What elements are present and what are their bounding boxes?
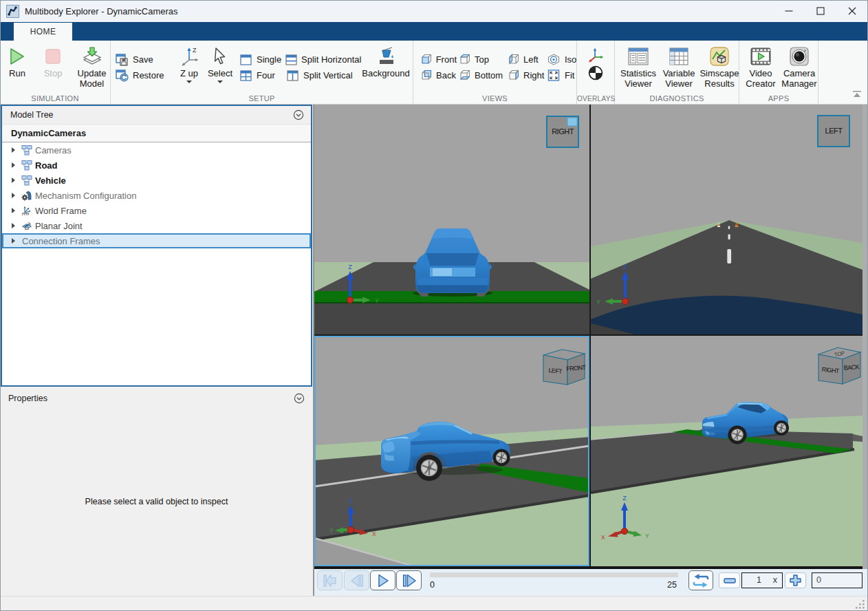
expand-arrow-icon[interactable] <box>12 162 15 168</box>
scene-road-ahead-view: LEFT Z Y <box>591 105 862 334</box>
view-cube[interactable]: RIGHT <box>547 116 578 147</box>
viewport-bottom-right[interactable]: TOP RIGHT BACK Z X Y <box>591 336 862 566</box>
variable-viewer-button[interactable]: Variable Viewer <box>659 46 699 89</box>
view-bottom-button[interactable]: Bottom <box>457 67 506 83</box>
tree-item-label: Mechanism Configuration <box>35 191 136 201</box>
expand-arrow-icon[interactable] <box>12 208 15 213</box>
save-button[interactable]: Save <box>115 52 174 67</box>
step-forward-button[interactable] <box>396 570 422 590</box>
view-cube-right-face-label: BACK <box>843 363 859 372</box>
split-vertical-button[interactable]: Split Vertical <box>285 67 357 83</box>
expand-arrow-icon[interactable] <box>12 193 15 198</box>
subsystem-icon <box>21 175 32 186</box>
view-cube[interactable]: TOP RIGHT BACK <box>818 347 860 384</box>
simscape-results-button[interactable]: Simscape Results <box>699 46 740 89</box>
save-label: Save <box>133 54 153 65</box>
four-view-button[interactable]: Four <box>239 67 285 83</box>
tree-item-vehicle[interactable]: Vehicle <box>2 173 311 188</box>
view-front-button[interactable]: Front <box>418 52 457 67</box>
speed-decrease-button[interactable] <box>719 572 740 588</box>
maximize-button[interactable] <box>805 0 836 22</box>
com-overlay-button[interactable] <box>588 64 603 82</box>
speed-increase-button[interactable] <box>785 572 806 588</box>
camera-manager-icon <box>790 47 809 66</box>
tab-home[interactable]: HOME <box>14 23 72 41</box>
split-vertical-label: Split Vertical <box>303 70 353 81</box>
expand-arrow-icon[interactable] <box>12 238 15 244</box>
variable-viewer-label: Variable Viewer <box>660 68 698 89</box>
viewport-top-left[interactable]: RIGHT Z Y <box>314 105 589 334</box>
restore-button[interactable]: Restore <box>115 67 174 83</box>
titlebar: Multibody Explorer - DynamicCameras <box>0 0 868 22</box>
play-button[interactable] <box>370 570 395 590</box>
resize-grip[interactable] <box>856 599 865 609</box>
view-top-label: Top <box>475 54 489 65</box>
loop-icon <box>693 573 709 588</box>
plus-icon <box>790 575 801 586</box>
viewport-bottom-left[interactable]: LEFT FRONT Z Y X <box>314 336 589 566</box>
stop-button: Stop <box>33 46 73 78</box>
run-icon <box>9 47 25 65</box>
axis-y-label: Y <box>596 299 600 306</box>
expand-arrow-icon[interactable] <box>12 147 15 153</box>
view-top-button[interactable]: Top <box>457 52 506 67</box>
speed-input[interactable]: 1 x <box>741 572 783 588</box>
car-wheel-front <box>493 449 510 467</box>
loop-button[interactable] <box>688 570 713 590</box>
maximize-icon <box>816 7 825 15</box>
time-slider[interactable] <box>430 572 678 577</box>
video-creator-button[interactable]: Video Creator <box>742 46 779 89</box>
properties-header: Properties <box>0 388 313 408</box>
tree-item-planar-joint[interactable]: Planar Joint <box>2 218 311 233</box>
background-button[interactable]: Background <box>357 46 415 78</box>
close-button[interactable] <box>836 0 868 22</box>
properties-title: Properties <box>8 394 47 403</box>
select-button[interactable]: Select <box>204 46 236 83</box>
setup-section-label: SETUP <box>111 94 413 103</box>
view-back-icon <box>419 69 431 81</box>
z-up-button[interactable]: Z Z up <box>174 46 204 83</box>
expand-arrow-icon[interactable] <box>12 178 15 183</box>
simscape-results-icon <box>710 47 729 66</box>
view-back-button[interactable]: Back <box>418 67 457 83</box>
ribbon-tabstrip: HOME <box>0 22 868 41</box>
single-view-button[interactable]: Single <box>239 52 285 67</box>
view-iso-button[interactable]: Iso <box>547 52 577 67</box>
tree-item-connection-frames[interactable]: Connection Frames <box>2 233 311 248</box>
run-button[interactable]: Run <box>1 46 33 78</box>
view-right-button[interactable]: Right <box>506 67 547 83</box>
collapse-ribbon-button[interactable] <box>851 89 862 101</box>
tree-item-cameras[interactable]: Cameras <box>2 142 311 158</box>
single-view-label: Single <box>257 54 281 65</box>
stop-label: Stop <box>44 68 63 78</box>
ribbon-section-diagnostics: Statistics Viewer Variable Viewer <box>615 41 739 104</box>
statistics-viewer-button[interactable]: Statistics Viewer <box>618 46 659 89</box>
tree-item-label: Planar Joint <box>35 221 83 231</box>
camera-manager-button[interactable]: Camera Manager <box>779 46 819 89</box>
view-cube[interactable]: LEFT FRONT <box>543 350 587 385</box>
model-tree-collapse-icon[interactable] <box>293 109 304 120</box>
time-input[interactable]: 0 <box>812 572 862 588</box>
restore-icon <box>116 69 129 82</box>
split-horizontal-button[interactable]: Split Horizontal <box>285 52 357 67</box>
frames-overlay-button[interactable] <box>587 46 605 64</box>
slider-start-label: 0 <box>430 580 435 590</box>
speed-unit-label: x <box>773 575 777 585</box>
update-model-button[interactable]: Update Model <box>73 46 111 89</box>
viewport-top-right[interactable]: LEFT Z Y <box>591 105 862 334</box>
minimize-button[interactable] <box>773 0 805 22</box>
tree-root-node[interactable]: DynamicCameras <box>2 124 311 142</box>
split-vertical-icon <box>287 70 299 81</box>
tree-item-mechanism-configuration[interactable]: Mechanism Configuration <box>2 188 311 203</box>
view-cube[interactable]: LEFT <box>818 116 849 147</box>
properties-collapse-icon[interactable] <box>294 393 305 404</box>
playback-bar: 0 25 1 x 0 <box>314 569 868 596</box>
update-model-icon <box>83 46 102 67</box>
scene-car-rear-view: RIGHT Z Y <box>314 105 589 334</box>
model-tree-header: Model Tree <box>2 106 311 124</box>
tree-item-road[interactable]: Road <box>2 158 311 173</box>
expand-arrow-icon[interactable] <box>12 223 15 228</box>
tree-item-world-frame[interactable]: World Frame <box>2 203 311 218</box>
view-left-button[interactable]: Left <box>506 52 547 67</box>
view-fit-button[interactable]: Fit <box>547 67 577 83</box>
